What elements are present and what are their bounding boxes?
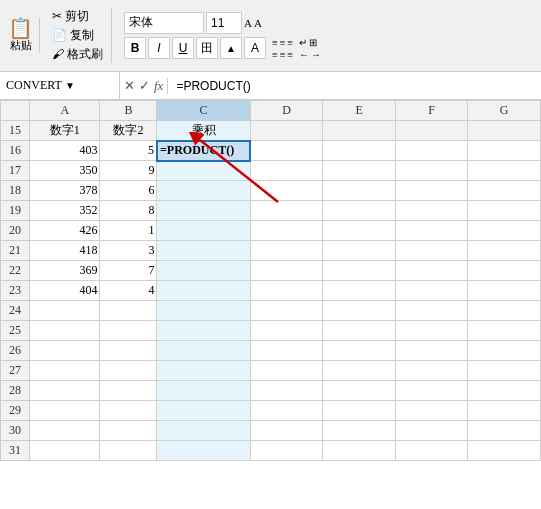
col-header-E[interactable]: E xyxy=(323,101,396,121)
cell-24-B[interactable] xyxy=(100,301,157,321)
cell-30-D[interactable] xyxy=(250,421,323,441)
cell-23-E[interactable] xyxy=(323,281,396,301)
name-box[interactable]: CONVERT ▼ xyxy=(0,72,120,99)
copy-button[interactable]: 📄 复制 xyxy=(52,27,103,44)
align-left-button[interactable]: ≡ xyxy=(272,37,278,48)
row-header-30[interactable]: 30 xyxy=(1,421,30,441)
cell-22-E[interactable] xyxy=(323,261,396,281)
row-header-15[interactable]: 15 xyxy=(1,121,30,141)
cell-18-A[interactable]: 378 xyxy=(30,181,100,201)
cell-23-A[interactable]: 404 xyxy=(30,281,100,301)
cell-21-F[interactable] xyxy=(395,241,468,261)
cell-31-G[interactable] xyxy=(468,441,541,461)
cell-16-F[interactable] xyxy=(395,141,468,161)
row-header-23[interactable]: 23 xyxy=(1,281,30,301)
cell-19-B[interactable]: 8 xyxy=(100,201,157,221)
cell-19-D[interactable] xyxy=(250,201,323,221)
cell-22-G[interactable] xyxy=(468,261,541,281)
cell-23-D[interactable] xyxy=(250,281,323,301)
align-bottom-button[interactable]: ≡ xyxy=(272,49,278,60)
cell-20-E[interactable] xyxy=(323,221,396,241)
row-header-27[interactable]: 27 xyxy=(1,361,30,381)
font-color-button[interactable]: A xyxy=(244,37,266,59)
cell-27-D[interactable] xyxy=(250,361,323,381)
row-header-26[interactable]: 26 xyxy=(1,341,30,361)
cell-15-B[interactable]: 数字2 xyxy=(100,121,157,141)
cell-30-C[interactable] xyxy=(157,421,250,441)
cell-17-G[interactable] xyxy=(468,161,541,181)
cell-30-E[interactable] xyxy=(323,421,396,441)
cell-25-B[interactable] xyxy=(100,321,157,341)
cut-button[interactable]: ✂ 剪切 xyxy=(52,8,103,25)
cell-24-A[interactable] xyxy=(30,301,100,321)
cell-22-F[interactable] xyxy=(395,261,468,281)
cell-29-F[interactable] xyxy=(395,401,468,421)
cell-25-G[interactable] xyxy=(468,321,541,341)
cell-28-G[interactable] xyxy=(468,381,541,401)
wrap-text-button[interactable]: ↵ xyxy=(299,37,307,48)
cell-21-A[interactable]: 418 xyxy=(30,241,100,261)
row-header-21[interactable]: 21 xyxy=(1,241,30,261)
cell-24-E[interactable] xyxy=(323,301,396,321)
row-header-16[interactable]: 16 xyxy=(1,141,30,161)
cell-17-A[interactable]: 350 xyxy=(30,161,100,181)
cell-28-B[interactable] xyxy=(100,381,157,401)
col-header-D[interactable]: D xyxy=(250,101,323,121)
fx-button[interactable]: fx xyxy=(154,78,163,94)
cell-31-F[interactable] xyxy=(395,441,468,461)
cell-29-C[interactable] xyxy=(157,401,250,421)
row-header-25[interactable]: 25 xyxy=(1,321,30,341)
cell-19-E[interactable] xyxy=(323,201,396,221)
cell-31-B[interactable] xyxy=(100,441,157,461)
cell-18-D[interactable] xyxy=(250,181,323,201)
cell-30-B[interactable] xyxy=(100,421,157,441)
cell-15-C[interactable]: 乘积 xyxy=(157,121,250,141)
cell-23-F[interactable] xyxy=(395,281,468,301)
cell-29-G[interactable] xyxy=(468,401,541,421)
row-header-20[interactable]: 20 xyxy=(1,221,30,241)
cell-20-B[interactable]: 1 xyxy=(100,221,157,241)
cell-19-A[interactable]: 352 xyxy=(30,201,100,221)
cell-23-B[interactable]: 4 xyxy=(100,281,157,301)
indent-decrease-button[interactable]: ← xyxy=(299,49,309,60)
cell-17-F[interactable] xyxy=(395,161,468,181)
cell-17-D[interactable] xyxy=(250,161,323,181)
cell-20-G[interactable] xyxy=(468,221,541,241)
cell-24-F[interactable] xyxy=(395,301,468,321)
italic-button[interactable]: I xyxy=(148,37,170,59)
cell-26-D[interactable] xyxy=(250,341,323,361)
cell-29-A[interactable] xyxy=(30,401,100,421)
cell-27-G[interactable] xyxy=(468,361,541,381)
align-center-button[interactable]: ≡ xyxy=(280,37,286,48)
cell-17-C[interactable] xyxy=(157,161,250,181)
cell-27-E[interactable] xyxy=(323,361,396,381)
cell-21-G[interactable] xyxy=(468,241,541,261)
formula-input[interactable] xyxy=(168,79,541,93)
cell-25-D[interactable] xyxy=(250,321,323,341)
cell-16-A[interactable]: 403 xyxy=(30,141,100,161)
bold-button[interactable]: B xyxy=(124,37,146,59)
cell-26-E[interactable] xyxy=(323,341,396,361)
cell-26-F[interactable] xyxy=(395,341,468,361)
cell-22-B[interactable]: 7 xyxy=(100,261,157,281)
cell-20-D[interactable] xyxy=(250,221,323,241)
cell-30-F[interactable] xyxy=(395,421,468,441)
cell-18-F[interactable] xyxy=(395,181,468,201)
cell-21-E[interactable] xyxy=(323,241,396,261)
cell-15-E[interactable] xyxy=(323,121,396,141)
name-box-dropdown[interactable]: ▼ xyxy=(62,80,78,91)
cell-21-B[interactable]: 3 xyxy=(100,241,157,261)
cell-22-A[interactable]: 369 xyxy=(30,261,100,281)
cell-25-F[interactable] xyxy=(395,321,468,341)
format-painter-button[interactable]: 🖌 格式刷 xyxy=(52,46,103,63)
cell-16-D[interactable] xyxy=(250,141,323,161)
cell-25-E[interactable] xyxy=(323,321,396,341)
cell-27-F[interactable] xyxy=(395,361,468,381)
cancel-button[interactable]: ✕ xyxy=(124,78,135,94)
cell-23-C[interactable] xyxy=(157,281,250,301)
cell-15-D[interactable] xyxy=(250,121,323,141)
cell-28-A[interactable] xyxy=(30,381,100,401)
cell-26-B[interactable] xyxy=(100,341,157,361)
col-header-C[interactable]: C xyxy=(157,101,250,121)
col-header-A[interactable]: A xyxy=(30,101,100,121)
